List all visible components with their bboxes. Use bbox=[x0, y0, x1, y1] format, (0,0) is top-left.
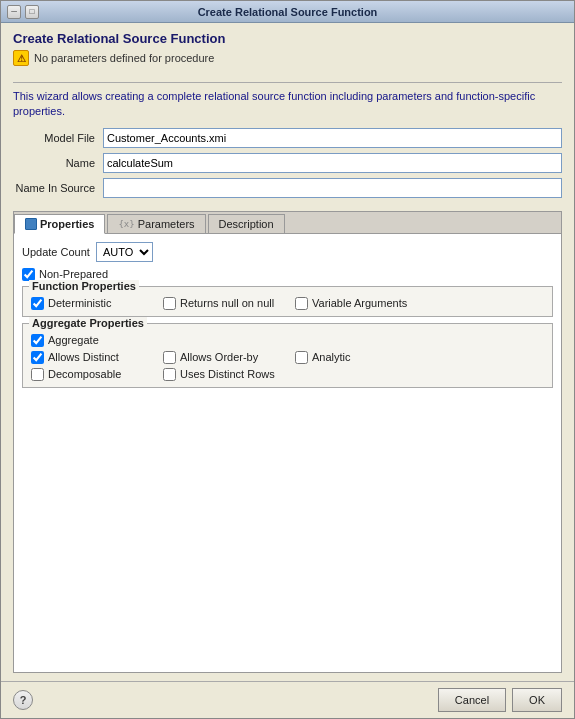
title-bar: ─ □ Create Relational Source Function bbox=[1, 1, 574, 23]
warning-text: No parameters defined for procedure bbox=[34, 52, 214, 64]
decomposable-checkbox[interactable] bbox=[31, 368, 44, 381]
analytic-item: Analytic bbox=[295, 351, 415, 364]
variable-args-item: Variable Arguments bbox=[295, 297, 415, 310]
update-count-select[interactable]: AUTO 0 1 -1 bbox=[96, 242, 153, 262]
variable-args-label: Variable Arguments bbox=[312, 297, 407, 309]
tab-description-label: Description bbox=[219, 218, 274, 230]
function-properties-title: Function Properties bbox=[29, 280, 139, 292]
model-file-row: Model File bbox=[13, 128, 562, 148]
window-title: Create Relational Source Function bbox=[198, 6, 378, 18]
deterministic-checkbox[interactable] bbox=[31, 297, 44, 310]
returns-null-item: Returns null on null bbox=[163, 297, 283, 310]
tab-parameters-label: Parameters bbox=[138, 218, 195, 230]
returns-null-checkbox[interactable] bbox=[163, 297, 176, 310]
aggregate-properties-group: Aggregate Properties Aggregate Allows Di… bbox=[22, 323, 553, 388]
warning-icon: ⚠ bbox=[13, 50, 29, 66]
aggregate-properties-content: Aggregate Allows Distinct Allows Order-b… bbox=[31, 334, 544, 381]
window: ─ □ Create Relational Source Function Cr… bbox=[0, 0, 575, 719]
name-in-source-label: Name In Source bbox=[13, 182, 103, 194]
allows-order-by-label: Allows Order-by bbox=[180, 351, 258, 363]
tab-properties-label: Properties bbox=[40, 218, 94, 230]
divider bbox=[13, 82, 562, 83]
bottom-bar: ? Cancel OK bbox=[1, 681, 574, 718]
aggregate-checkbox[interactable] bbox=[31, 334, 44, 347]
warning-row: ⚠ No parameters defined for procedure bbox=[13, 50, 562, 66]
allows-distinct-checkbox[interactable] bbox=[31, 351, 44, 364]
deterministic-item: Deterministic bbox=[31, 297, 151, 310]
name-in-source-input[interactable] bbox=[103, 178, 562, 198]
model-file-label: Model File bbox=[13, 132, 103, 144]
decomposable-label: Decomposable bbox=[48, 368, 121, 380]
dialog-title: Create Relational Source Function bbox=[13, 31, 562, 46]
aggregate-properties-title: Aggregate Properties bbox=[29, 317, 147, 329]
uses-distinct-rows-label: Uses Distinct Rows bbox=[180, 368, 275, 380]
update-count-label: Update Count bbox=[22, 246, 90, 258]
restore-button[interactable]: □ bbox=[25, 5, 39, 19]
uses-distinct-rows-item: Uses Distinct Rows bbox=[163, 368, 283, 381]
title-bar-buttons: ─ □ bbox=[7, 5, 39, 19]
allows-order-by-item: Allows Order-by bbox=[163, 351, 283, 364]
allows-distinct-item: Allows Distinct bbox=[31, 351, 151, 364]
name-input[interactable] bbox=[103, 153, 562, 173]
tab-properties[interactable]: Properties bbox=[14, 214, 105, 234]
tab-parameters[interactable]: {x} Parameters bbox=[107, 214, 205, 233]
analytic-checkbox[interactable] bbox=[295, 351, 308, 364]
update-count-row: Update Count AUTO 0 1 -1 bbox=[22, 242, 553, 262]
parameters-tab-icon: {x} bbox=[118, 219, 134, 229]
variable-args-checkbox[interactable] bbox=[295, 297, 308, 310]
name-in-source-row: Name In Source bbox=[13, 178, 562, 198]
ok-button[interactable]: OK bbox=[512, 688, 562, 712]
cancel-button[interactable]: Cancel bbox=[438, 688, 506, 712]
header-section: Create Relational Source Function ⚠ No p… bbox=[13, 31, 562, 70]
function-properties-group: Function Properties Deterministic Return… bbox=[22, 286, 553, 317]
allows-order-by-checkbox[interactable] bbox=[163, 351, 176, 364]
info-text: This wizard allows creating a complete r… bbox=[13, 89, 562, 120]
action-buttons: Cancel OK bbox=[438, 688, 562, 712]
uses-distinct-rows-checkbox[interactable] bbox=[163, 368, 176, 381]
returns-null-label: Returns null on null bbox=[180, 297, 274, 309]
model-file-input[interactable] bbox=[103, 128, 562, 148]
properties-tab-icon bbox=[25, 218, 37, 230]
decomposable-item: Decomposable bbox=[31, 368, 151, 381]
tabs-container: Properties {x} Parameters Description Up… bbox=[13, 211, 562, 673]
name-row: Name bbox=[13, 153, 562, 173]
main-content: Create Relational Source Function ⚠ No p… bbox=[1, 23, 574, 681]
tab-bar: Properties {x} Parameters Description bbox=[14, 212, 561, 234]
function-properties-content: Deterministic Returns null on null Varia… bbox=[31, 297, 544, 310]
name-label: Name bbox=[13, 157, 103, 169]
analytic-label: Analytic bbox=[312, 351, 351, 363]
aggregate-row: Aggregate bbox=[31, 334, 544, 347]
deterministic-label: Deterministic bbox=[48, 297, 112, 309]
tab-description[interactable]: Description bbox=[208, 214, 285, 233]
tab-properties-content: Update Count AUTO 0 1 -1 Non-Prepared Fu… bbox=[14, 234, 561, 672]
allows-distinct-label: Allows Distinct bbox=[48, 351, 119, 363]
help-button[interactable]: ? bbox=[13, 690, 33, 710]
minimize-button[interactable]: ─ bbox=[7, 5, 21, 19]
aggregate-label: Aggregate bbox=[48, 334, 99, 346]
non-prepared-label: Non-Prepared bbox=[39, 268, 108, 280]
